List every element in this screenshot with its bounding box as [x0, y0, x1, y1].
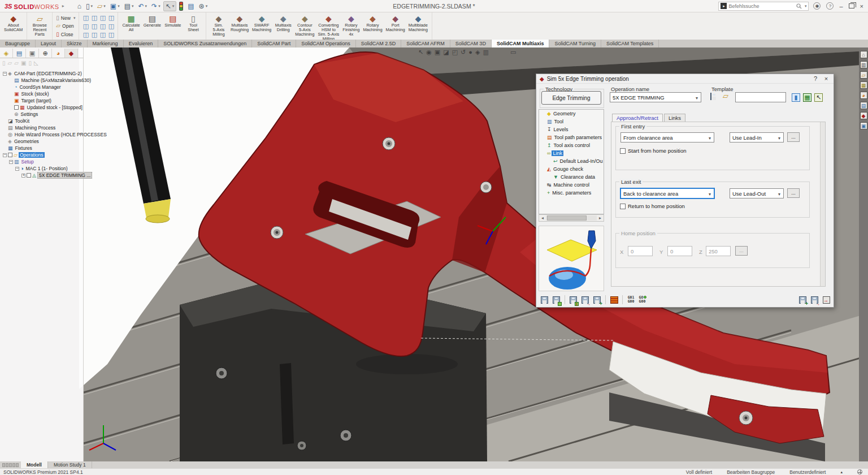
minimize-button[interactable]: – — [839, 3, 843, 10]
appearances-tab-icon[interactable]: ◕ — [860, 92, 867, 99]
converting-hsm-button[interactable]: ◆Converting HSM to Sim. 5-Axis Milling — [316, 14, 341, 42]
home-x-field[interactable] — [628, 246, 653, 256]
return-to-home-row[interactable]: Return to home position — [620, 203, 685, 209]
scroll-right-icon[interactable]: ▸ — [597, 215, 604, 221]
operation-tree-item[interactable]: ◭Gouge check — [539, 165, 604, 173]
rebuild-button[interactable] — [177, 1, 185, 11]
ribbon-tab-solidcam-part[interactable]: SolidCAM Part — [252, 40, 296, 48]
first-entry-lead-combo[interactable]: Use Lead-In — [730, 132, 784, 142]
tree-item-label[interactable]: Machine control — [553, 182, 591, 188]
operation-tree-item[interactable]: ↩Default Lead-In/Ou — [539, 157, 604, 165]
new-button[interactable]: ▯New▾ — [56, 14, 75, 21]
save-template-button[interactable] — [710, 93, 711, 100]
operation-name-combo[interactable]: 5X EDGE TRIMMING — [610, 92, 701, 102]
tab-displaymanager[interactable]: ◕ — [52, 49, 65, 58]
operation-tree-item[interactable]: ▥Tool — [539, 118, 604, 126]
tree-item-label[interactable]: CAM-Part (EDGETRIMMING-2) — [13, 71, 83, 76]
tree-tool-new-icon[interactable]: ▯ — [2, 60, 6, 66]
tree-item-label[interactable]: CoordSys Manager — [18, 84, 62, 90]
chevron-down-icon[interactable] — [775, 135, 783, 141]
chevron-down-icon[interactable] — [693, 94, 701, 101]
tree-tool-doc-icon[interactable]: ▯ — [28, 60, 32, 66]
help-button[interactable]: ? — [826, 2, 834, 10]
open-template-button[interactable]: ▱ — [723, 92, 728, 100]
expand-toggle-icon[interactable] — [21, 173, 26, 178]
tree-tool-save-icon[interactable]: ▣ — [21, 60, 26, 66]
tree-item-label[interactable]: Tool axis control — [553, 142, 592, 148]
save-calculate-next-button[interactable] — [580, 295, 590, 305]
rotary-machining-button[interactable]: ◆Rotary Machining — [361, 14, 384, 33]
tree-item-label[interactable]: Settings — [20, 111, 40, 117]
feature-tree-item[interactable]: ◈Geometries — [0, 138, 83, 145]
feature-tree-item[interactable]: ◈CAM-Part (EDGETRIMMING-2) — [0, 70, 83, 77]
template-field[interactable] — [735, 92, 786, 102]
operation-tree-item[interactable]: ▤Tool path parameters — [539, 133, 604, 141]
restore-button[interactable] — [849, 3, 854, 8]
show-in-graphics-button[interactable]: ↖ — [814, 93, 823, 102]
ribbon-tab-solidcam-turning[interactable]: SolidCAM Turning — [549, 40, 601, 48]
print-button[interactable]: ▤▾ — [123, 1, 136, 11]
sim-5axis-milling-button[interactable]: ◆Sim. 5-Axis Milling — [209, 14, 229, 37]
ribbon-tab-solidcam-3d[interactable]: SolidCAM 3D — [450, 40, 492, 48]
feature-tree-item[interactable]: ▣Target (target) — [0, 97, 83, 104]
close-button[interactable]: × — [860, 3, 863, 10]
save-add-operation-button[interactable] — [798, 295, 808, 305]
fullscreen-preview-icon[interactable]: ▭ — [510, 49, 516, 56]
suppress-checkbox[interactable] — [27, 173, 31, 178]
ribbon-tab-skizze[interactable]: Skizze — [62, 40, 88, 48]
panel-vertical-scrollbar[interactable] — [820, 122, 825, 286]
rotary-finishing-4x-button[interactable]: ◆Rotary Finishing 4x — [341, 14, 361, 37]
tree-item-label[interactable]: Levels — [553, 127, 570, 132]
feature-tree-item[interactable]: ▤Machine (5AxMazakVariaxis630) — [0, 77, 83, 84]
machine-simulation-button[interactable]: ▦ — [803, 93, 811, 102]
file-explorer-icon[interactable]: ▱ — [860, 71, 867, 79]
undo-button[interactable]: ↶▾ — [137, 1, 149, 11]
zoom-area-icon[interactable]: ▣ — [435, 49, 440, 56]
tree-item-label[interactable]: Updated stock - [Stopped] — [26, 105, 84, 110]
expand-toggle-icon[interactable] — [2, 71, 7, 76]
new-file-button[interactable]: ▯▾ — [84, 1, 94, 11]
save-calculate-add-button[interactable] — [592, 295, 602, 305]
tree-item-label[interactable]: Gouge check — [552, 166, 584, 172]
section-view-icon[interactable]: ◪ — [443, 49, 449, 56]
solidcam-tab-icon[interactable]: ◆ — [860, 112, 867, 119]
start-from-home-row[interactable]: Start from home position — [620, 148, 687, 154]
scroll-left-icon[interactable]: ◂ — [539, 215, 546, 221]
simulate-button[interactable]: ▤Simulate — [163, 14, 183, 28]
tree-horizontal-scrollbar[interactable]: ◂ ▸ — [539, 214, 604, 222]
feature-tree-item[interactable]: ▥Setup — [0, 158, 83, 165]
home-position-more-button[interactable]: ... — [735, 246, 748, 256]
save-exit-button[interactable] — [810, 295, 819, 305]
home-tab-icon[interactable]: ⌂ — [860, 51, 867, 58]
expand-toggle-icon[interactable] — [15, 166, 20, 171]
ribbon-tab-solidworks-zusatzanwendungen[interactable]: SOLIDWORKS Zusatzanwendungen — [158, 40, 252, 48]
feature-tree-item[interactable]: ◔CoordSys Manager — [0, 84, 83, 90]
tree-tool-edit-icon[interactable]: ◺ — [34, 60, 38, 66]
tree-item-label[interactable]: Target (target) — [20, 98, 53, 103]
tab-dimxpertmanager[interactable]: ⊕ — [39, 49, 52, 58]
tab-propertymanager[interactable]: ▤ — [13, 49, 26, 58]
display-tool-icon[interactable]: ◫ — [107, 31, 115, 39]
dropdown-arrow-icon[interactable]: ▾ — [206, 4, 208, 8]
tool-sheet-button[interactable]: ▯Tool Sheet — [183, 14, 203, 33]
dropdown-arrow-icon[interactable]: ▾ — [73, 16, 76, 20]
multiblade-machining-button[interactable]: ◆Multiblade Machining — [407, 14, 429, 33]
home-y-field[interactable] — [667, 246, 692, 256]
start-from-home-checkbox[interactable] — [620, 148, 626, 154]
scrollbar-thumb[interactable] — [547, 215, 587, 221]
ribbon-tab-solidcam-afrm[interactable]: SolidCAM AFRM — [401, 40, 450, 48]
tree-item-label[interactable]: Tool path parameters — [553, 135, 604, 140]
globe-icon[interactable] — [857, 469, 862, 474]
display-tool-icon[interactable]: ◫ — [98, 14, 107, 22]
dropdown-arrow-icon[interactable]: ▾ — [172, 4, 175, 8]
select-icon[interactable]: ↖ — [418, 49, 423, 56]
ribbon-tab-solidcam-templates[interactable]: SolidCAM Templates — [601, 40, 659, 48]
forum-tab-icon[interactable]: ▣ — [860, 122, 867, 129]
ribbon-tab-solidcam-operations[interactable]: SolidCAM Operations — [296, 40, 356, 48]
tree-item-label[interactable]: Machining Process — [14, 125, 57, 131]
save-calculate-button[interactable] — [552, 295, 561, 305]
chevron-down-icon[interactable] — [775, 191, 783, 197]
operation-info-button[interactable]: ▮ — [792, 93, 800, 102]
close-button[interactable]: ▯Close — [56, 31, 75, 38]
design-library-icon[interactable]: ▦ — [860, 81, 867, 89]
